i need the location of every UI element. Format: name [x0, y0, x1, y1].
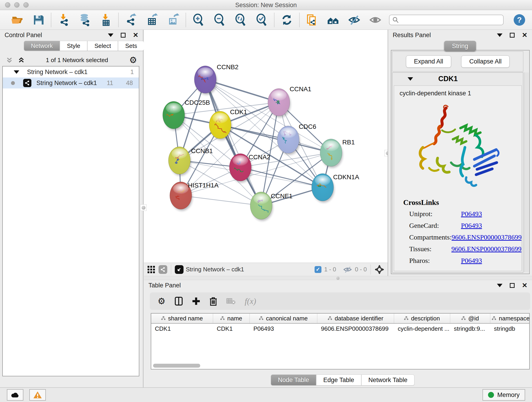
selected-checkbox-icon[interactable]: ✓: [315, 266, 322, 273]
left-splitter-handle[interactable]: [140, 204, 147, 211]
table-cell[interactable]: stringdb: [490, 324, 530, 334]
network-node-RB1[interactable]: [320, 139, 343, 168]
network-node-CDC6[interactable]: [277, 126, 300, 155]
expand-all-button[interactable]: Expand All: [406, 56, 451, 68]
network-node-CCNB1[interactable]: [168, 147, 191, 176]
show-all-networks-button[interactable]: [327, 13, 340, 26]
show-columns-icon[interactable]: [175, 297, 183, 306]
collapse-all-button[interactable]: Collapse All: [461, 56, 510, 68]
table-cell[interactable]: stringdb:9...: [450, 324, 490, 334]
show-details-button[interactable]: [369, 13, 382, 26]
tab-style[interactable]: Style: [60, 41, 87, 51]
network-node-CDK1[interactable]: [209, 111, 232, 140]
results-scrollbar[interactable]: [524, 72, 529, 272]
collection-expander-icon[interactable]: [14, 70, 19, 74]
section-expander-icon[interactable]: [408, 77, 413, 81]
detach-view-icon[interactable]: [175, 265, 184, 274]
column-header-shared-name[interactable]: shared name: [151, 313, 213, 323]
import-table-button[interactable]: [99, 13, 112, 26]
zoom-fit-button[interactable]: [234, 13, 247, 26]
zoom-out-button[interactable]: [213, 13, 226, 26]
table-cell[interactable]: CDK1: [151, 324, 213, 334]
help-button[interactable]: ?: [514, 14, 525, 26]
horizontal-splitter[interactable]: [144, 276, 532, 280]
refresh-button[interactable]: [280, 13, 293, 26]
close-panel-icon[interactable]: ✕: [133, 32, 138, 38]
tab-string[interactable]: String: [444, 41, 476, 51]
float-panel-icon[interactable]: [497, 284, 502, 287]
float-panel-icon[interactable]: [497, 33, 502, 37]
crosslink-value-link[interactable]: P06493: [461, 257, 482, 264]
column-header--id[interactable]: @id: [450, 313, 490, 323]
search-field[interactable]: [389, 15, 504, 25]
column-header-database-identifier[interactable]: database identifier: [317, 313, 394, 323]
save-session-button[interactable]: [32, 13, 45, 26]
add-column-icon[interactable]: [192, 297, 200, 305]
clone-network-button[interactable]: [306, 13, 318, 26]
export-network-button[interactable]: [125, 13, 138, 26]
column-type-icon: [462, 316, 466, 320]
hide-details-button[interactable]: [348, 13, 361, 26]
close-panel-icon[interactable]: ✕: [522, 32, 527, 38]
table-cell[interactable]: cyclin-dependent ...: [394, 324, 450, 334]
network-row-selected[interactable]: String Network – cdk1 11 48: [3, 77, 139, 89]
column-header-namespace[interactable]: namespace: [490, 313, 530, 323]
network-options-gear-icon[interactable]: ⚙: [129, 56, 137, 64]
string-results-container: Expand All Collapse All CDK1 cyclin-depe…: [391, 50, 530, 274]
close-panel-icon[interactable]: ✕: [522, 282, 527, 289]
copy-network-icon: [306, 13, 318, 26]
crosslink-value-link[interactable]: P06493: [461, 222, 482, 230]
pan-crosshair-icon[interactable]: [374, 264, 385, 274]
network-node-CDKN1A[interactable]: [312, 173, 334, 203]
cloud-tasks-button[interactable]: [7, 389, 23, 401]
memory-button[interactable]: Memory: [482, 389, 525, 401]
grid-view-icon[interactable]: [147, 265, 155, 274]
tab-edge-table[interactable]: Edge Table: [316, 375, 361, 385]
float-panel-icon[interactable]: [108, 33, 114, 37]
network-status-dot: [11, 81, 15, 85]
tab-select[interactable]: Select: [87, 41, 118, 51]
tab-network[interactable]: Network: [24, 41, 60, 51]
network-canvas[interactable]: CCNB2CCNA1CDC25BCDK1CDC6RB1CCNB1CCNA2CDK…: [144, 30, 388, 263]
network-collection-row[interactable]: String Network – cdk1 1: [3, 66, 139, 77]
network-graph[interactable]: CCNB2CCNA1CDC25BCDK1CDC6RB1CCNB1CCNA2CDK…: [144, 30, 388, 263]
table-row[interactable]: CDK1CDK1P064939606.ENSP00000378699cyclin…: [151, 324, 529, 334]
maximize-panel-icon[interactable]: [510, 283, 515, 288]
warnings-button[interactable]: [29, 389, 46, 401]
open-session-button[interactable]: [11, 13, 24, 26]
column-header-canonical-name[interactable]: canonical name: [250, 313, 317, 323]
table-cell[interactable]: CDK1: [213, 324, 250, 334]
export-table-button[interactable]: [146, 13, 158, 26]
network-edge-HIST1H1A-CCNE1[interactable]: [181, 196, 261, 206]
gene-section-header[interactable]: CDK1: [393, 73, 523, 85]
crosslink-value-link[interactable]: 9606.ENSP00000378699: [451, 245, 521, 253]
maximize-panel-icon[interactable]: [121, 33, 126, 38]
table-hscrollbar[interactable]: [153, 364, 200, 368]
maximize-panel-icon[interactable]: [510, 33, 515, 38]
delete-column-icon[interactable]: [209, 297, 217, 306]
zoom-selected-button[interactable]: [255, 13, 268, 26]
network-node-CCNE1[interactable]: [250, 192, 273, 221]
collapse-all-networks-icon[interactable]: [6, 57, 13, 64]
import-network-database-button[interactable]: [78, 13, 91, 26]
tab-network-table[interactable]: Network Table: [361, 375, 415, 385]
column-header-description[interactable]: description: [394, 313, 450, 323]
column-header-name[interactable]: name: [213, 313, 250, 323]
table-cell[interactable]: 9606.ENSP00000378699: [317, 324, 394, 334]
crosslink-value-link[interactable]: 9606.ENSP00000378699: [452, 233, 522, 241]
import-network-file-button[interactable]: [57, 13, 70, 26]
table-options-gear-icon[interactable]: ⚙: [158, 297, 165, 306]
tab-sets[interactable]: Sets: [118, 41, 144, 51]
zoom-in-icon: [192, 13, 205, 26]
table-cell[interactable]: P06493: [250, 324, 317, 334]
protein-structure-image: [409, 101, 507, 192]
network-node-CCNA1[interactable]: [268, 89, 291, 118]
birds-eye-view-icon[interactable]: [158, 265, 167, 274]
tab-node-table[interactable]: Node Table: [271, 375, 316, 385]
crosslink-value-link[interactable]: P06493: [461, 210, 482, 218]
search-input[interactable]: [399, 17, 500, 23]
expand-all-networks-icon[interactable]: [18, 57, 25, 64]
network-node-CCNB2[interactable]: [194, 66, 217, 95]
export-image-button[interactable]: [167, 13, 180, 26]
zoom-in-button[interactable]: [192, 13, 205, 26]
